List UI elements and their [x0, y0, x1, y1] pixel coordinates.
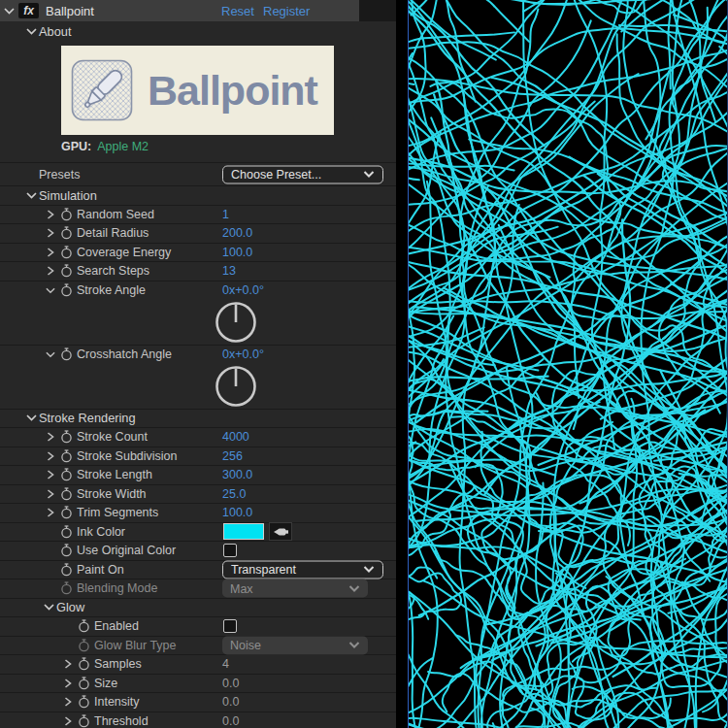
- fx-badge-icon[interactable]: fx: [18, 3, 39, 18]
- param-label: Use Original Color: [77, 544, 176, 557]
- panel-divider: [396, 0, 408, 728]
- chevron-down-icon: [363, 566, 375, 574]
- reset-link[interactable]: Reset: [221, 0, 254, 21]
- paint-on-select[interactable]: Transparent: [222, 560, 383, 579]
- expand-icon[interactable]: [43, 210, 58, 219]
- chevron-down-icon[interactable]: [4, 8, 15, 15]
- param-value[interactable]: 256: [222, 449, 243, 463]
- expand-icon[interactable]: [43, 489, 58, 499]
- stopwatch-icon[interactable]: [58, 208, 75, 221]
- chevron-down-icon[interactable]: [26, 28, 37, 35]
- ballpoint-render: [409, 0, 727, 728]
- angle-dial[interactable]: [215, 365, 257, 408]
- stopwatch-icon[interactable]: [58, 525, 75, 539]
- stopwatch-icon[interactable]: [58, 468, 75, 481]
- param-label: Threshold: [94, 714, 149, 728]
- collapse-icon[interactable]: [43, 351, 58, 358]
- param-label: Size: [94, 677, 117, 690]
- paint-on-selected-value: Transparent: [231, 563, 296, 577]
- about-section-row[interactable]: About: [0, 21, 396, 41]
- param-value[interactable]: 4000: [222, 430, 249, 444]
- stopwatch-icon[interactable]: [58, 226, 75, 240]
- stroke-angle-dial-block: [0, 300, 396, 346]
- param-label: Stroke Angle: [77, 283, 146, 297]
- expand-icon[interactable]: [60, 697, 76, 707]
- param-label: Random Seed: [77, 208, 154, 221]
- stopwatch-icon[interactable]: [58, 544, 75, 557]
- expand-icon[interactable]: [43, 248, 58, 257]
- param-row-glow-blur-type: Glow Blur Type Noise: [0, 637, 396, 656]
- glow-section-row[interactable]: Glow: [0, 599, 396, 618]
- param-value[interactable]: 13: [222, 264, 236, 278]
- stopwatch-icon[interactable]: [76, 657, 92, 671]
- stopwatch-icon[interactable]: [76, 677, 92, 690]
- expand-icon[interactable]: [43, 470, 58, 480]
- param-row-enabled: Enabled: [0, 617, 396, 637]
- param-value[interactable]: 1: [222, 208, 229, 221]
- presets-select[interactable]: Choose Preset...: [222, 165, 383, 183]
- param-label: Blending Mode: [77, 581, 157, 595]
- stopwatch-icon[interactable]: [58, 449, 75, 463]
- gpu-info: GPU: Apple M2: [61, 138, 396, 155]
- param-label: Search Steps: [77, 264, 149, 278]
- expand-icon[interactable]: [43, 451, 58, 461]
- presets-selected-value: Choose Preset...: [231, 168, 321, 182]
- stopwatch-icon[interactable]: [58, 430, 75, 444]
- param-row-stroke-width: Stroke Width 25.0: [0, 485, 396, 505]
- param-row-use-original-color: Use Original Color: [0, 542, 396, 561]
- param-value[interactable]: 0x+0.0°: [222, 347, 264, 361]
- param-row-trim-segments: Trim Segments 100.0: [0, 504, 396, 523]
- expand-icon[interactable]: [60, 678, 76, 688]
- expand-icon[interactable]: [43, 508, 58, 517]
- logo-wordmark: Ballpoint: [148, 67, 317, 115]
- register-link[interactable]: Register: [263, 0, 310, 21]
- param-label: Intensity: [94, 695, 140, 709]
- stopwatch-icon[interactable]: [58, 506, 75, 519]
- glow-blur-type-selected-value: Noise: [230, 639, 261, 652]
- stopwatch-icon[interactable]: [76, 619, 92, 633]
- stroke-rendering-section-label: Stroke Rendering: [39, 411, 136, 425]
- expand-icon[interactable]: [43, 266, 58, 276]
- expand-icon[interactable]: [43, 228, 58, 238]
- param-row-samples: Samples 4: [0, 655, 396, 675]
- param-row-ink-color: Ink Color: [0, 523, 396, 543]
- stopwatch-icon[interactable]: [76, 714, 92, 728]
- expand-icon[interactable]: [43, 432, 58, 442]
- param-value[interactable]: 100.0: [222, 506, 252, 519]
- stopwatch-icon[interactable]: [58, 563, 75, 577]
- param-value[interactable]: 200.0: [222, 226, 252, 240]
- chevron-down-icon[interactable]: [26, 192, 37, 199]
- ballpoint-logo: Ballpoint: [61, 46, 334, 135]
- stopwatch-icon[interactable]: [58, 283, 75, 297]
- expand-icon[interactable]: [60, 716, 76, 726]
- stopwatch-icon[interactable]: [58, 246, 75, 259]
- simulation-section-row[interactable]: Simulation: [0, 186, 396, 206]
- param-value[interactable]: 300.0: [222, 468, 252, 481]
- angle-dial[interactable]: [215, 301, 257, 344]
- chevron-down-icon[interactable]: [26, 414, 37, 421]
- chevron-down-icon: [348, 584, 360, 592]
- chevron-down-icon: [348, 642, 360, 649]
- presets-row: Presets Choose Preset...: [0, 163, 396, 186]
- collapse-icon[interactable]: [43, 287, 58, 294]
- expand-icon[interactable]: [60, 659, 76, 669]
- ink-color-swatch[interactable]: [223, 523, 264, 540]
- eyedropper-icon[interactable]: [269, 522, 292, 541]
- stopwatch-icon[interactable]: [76, 695, 92, 709]
- use-original-color-checkbox[interactable]: [223, 544, 237, 557]
- param-row-detail-radius: Detail Radius 200.0: [0, 224, 396, 244]
- param-label: Crosshatch Angle: [77, 347, 172, 361]
- param-label: Glow Blur Type: [94, 639, 177, 652]
- stopwatch-icon[interactable]: [58, 264, 75, 278]
- param-row-stroke-length: Stroke Length 300.0: [0, 466, 396, 485]
- glow-enabled-checkbox[interactable]: [223, 619, 237, 633]
- param-value[interactable]: 100.0: [222, 246, 252, 259]
- param-value[interactable]: 0x+0.0°: [222, 283, 264, 297]
- glow-section-label: Glow: [56, 600, 84, 614]
- param-value[interactable]: 25.0: [222, 487, 246, 501]
- stroke-rendering-section-row[interactable]: Stroke Rendering: [0, 410, 396, 429]
- stopwatch-icon[interactable]: [58, 487, 75, 501]
- chevron-down-icon[interactable]: [44, 604, 54, 611]
- param-row-paint-on: Paint On Transparent: [0, 561, 396, 580]
- stopwatch-icon[interactable]: [58, 347, 75, 361]
